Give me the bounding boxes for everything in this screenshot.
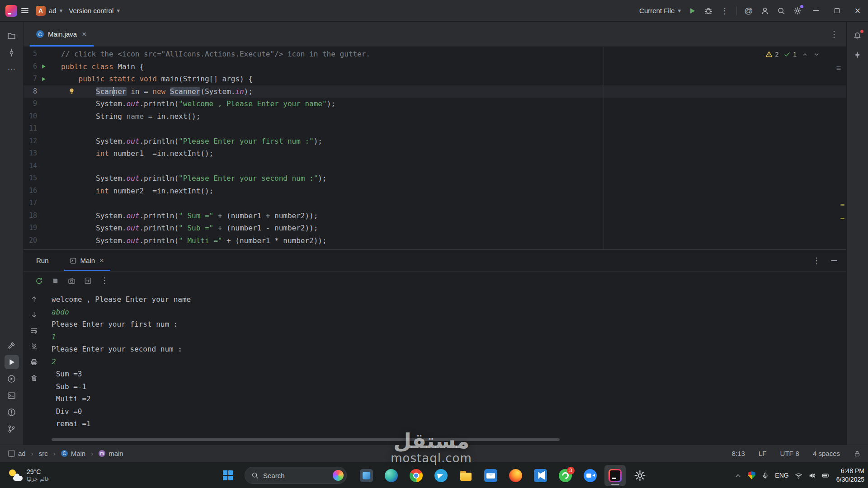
clear-all-icon[interactable]	[30, 374, 38, 382]
code-editor[interactable]: 5// click the <icon src="AllIcons.Action…	[24, 47, 846, 249]
security-shield-icon[interactable]	[748, 471, 755, 479]
code-line-17[interactable]: 17	[24, 197, 846, 210]
ok-count[interactable]: 1	[783, 51, 797, 58]
more-tools-icon[interactable]: ⋯	[5, 62, 19, 76]
whatsapp-app-icon[interactable]: 3	[555, 465, 576, 486]
run-icon[interactable]	[684, 3, 700, 19]
more-options-icon[interactable]: ⋮	[717, 3, 733, 19]
scrollbar-warning-mark[interactable]	[840, 218, 844, 219]
previous-problem-icon[interactable]	[802, 51, 808, 58]
run-tool-icon[interactable]	[5, 355, 19, 369]
line-number[interactable]: 7	[24, 73, 37, 85]
services-tool-icon[interactable]	[5, 371, 19, 386]
clock-widget[interactable]: 6:48 PM 6/30/2025	[836, 467, 864, 484]
line-number[interactable]: 13	[24, 147, 37, 160]
code-line-16[interactable]: 16 int number2 =in.nextInt();	[24, 185, 846, 197]
run-gutter-icon[interactable]	[37, 73, 50, 85]
soft-wrap-icon[interactable]	[30, 327, 38, 334]
close-tab-icon[interactable]: ×	[99, 256, 105, 265]
close-icon[interactable]: ×	[847, 0, 868, 22]
run-tab-main[interactable]: Main ×	[64, 250, 110, 271]
line-number[interactable]: 6	[24, 61, 37, 73]
vscode-app-icon[interactable]	[530, 465, 551, 486]
line-number[interactable]: 19	[24, 222, 37, 235]
line-number[interactable]: 16	[24, 185, 37, 197]
line-number[interactable]: 9	[24, 98, 37, 110]
code-line-13[interactable]: 13 int number1 =in.nextInt();	[24, 147, 846, 160]
taskbar-search[interactable]: Search	[245, 467, 347, 484]
file-explorer-app-icon[interactable]	[455, 465, 476, 486]
code-line-11[interactable]: 11	[24, 122, 846, 135]
code-line-7[interactable]: 7 public static void main(String[] args)…	[24, 73, 846, 85]
search-icon[interactable]	[773, 3, 789, 19]
project-tool-icon[interactable]	[5, 28, 19, 43]
breadcrumb-class[interactable]: CMain	[60, 449, 87, 458]
wifi-icon[interactable]	[795, 472, 802, 479]
language-indicator[interactable]: ENG	[775, 472, 788, 479]
line-number[interactable]: 14	[24, 160, 37, 173]
line-number[interactable]: 17	[24, 197, 37, 210]
code-line-9[interactable]: 9 System.out.println("welcome , Please E…	[24, 98, 846, 110]
breadcrumb-src[interactable]: src	[38, 449, 49, 458]
terminal-tool-icon[interactable]	[5, 388, 19, 403]
firefox-app-icon[interactable]	[505, 465, 526, 486]
console-output[interactable]: welcome , Please Enter your nameabdoPlea…	[44, 290, 846, 445]
chrome-app-icon[interactable]	[406, 465, 427, 486]
line-number[interactable]: 18	[24, 210, 37, 222]
line-number[interactable]: 10	[24, 110, 37, 123]
zoom-app-icon[interactable]	[580, 465, 601, 486]
open-in-editor-icon[interactable]	[84, 277, 92, 285]
microphone-icon[interactable]	[761, 472, 769, 479]
more-options-icon[interactable]: ⋮	[100, 277, 108, 285]
version-control-tool-icon[interactable]	[5, 422, 19, 436]
line-number[interactable]: 11	[24, 122, 37, 135]
code-line-12[interactable]: 12 System.out.println("Please Enter your…	[24, 135, 846, 148]
photos-app-icon[interactable]	[356, 465, 377, 486]
ai-assistant-icon[interactable]	[850, 47, 865, 62]
intention-bulb-icon[interactable]	[68, 87, 75, 95]
build-tool-icon[interactable]	[5, 338, 19, 352]
warnings-count[interactable]: 2	[765, 51, 778, 58]
rerun-icon[interactable]	[35, 277, 43, 285]
vcs-selector[interactable]: Version control ▾	[66, 3, 123, 19]
caret-position[interactable]: 8:13	[732, 450, 745, 457]
notifications-bell-icon[interactable]	[850, 28, 865, 43]
code-line-20[interactable]: 20 System.out.println(" Multi =" + (numb…	[24, 235, 846, 247]
run-configuration-selector[interactable]: Current File ▾	[636, 3, 684, 19]
readonly-lock-icon[interactable]	[854, 450, 861, 457]
maximize-icon[interactable]	[826, 0, 847, 22]
next-problem-icon[interactable]	[813, 51, 820, 58]
settings-gear-icon[interactable]	[789, 3, 806, 19]
tab-options-icon[interactable]: ⋮	[830, 30, 838, 38]
account-icon[interactable]: @	[741, 3, 757, 19]
main-menu-icon[interactable]	[17, 3, 33, 19]
run-gutter-icon[interactable]	[37, 61, 50, 73]
commit-tool-icon[interactable]	[5, 45, 19, 60]
code-line-19[interactable]: 19 System.out.println(" Sub =" + (number…	[24, 222, 846, 235]
line-number[interactable]: 15	[24, 172, 37, 185]
start-button[interactable]	[217, 465, 238, 486]
telegram-app-icon[interactable]	[430, 465, 452, 486]
breadcrumb-module[interactable]: ad	[7, 449, 27, 458]
search-highlight-icon[interactable]	[333, 470, 344, 481]
inspections-widget[interactable]: 2 1	[765, 51, 820, 58]
scrollbar-warning-mark[interactable]	[840, 204, 844, 206]
battery-icon[interactable]	[822, 472, 830, 479]
code-line-15[interactable]: 15 System.out.println("Please Enter your…	[24, 172, 846, 185]
volume-icon[interactable]	[808, 472, 816, 479]
mail-app-icon[interactable]	[480, 465, 501, 486]
settings-app-icon[interactable]	[629, 465, 651, 486]
code-line-18[interactable]: 18 System.out.println(" Sum =" + (number…	[24, 210, 846, 222]
line-number[interactable]: 20	[24, 235, 37, 247]
line-number[interactable]: 5	[24, 48, 37, 61]
stop-icon[interactable]	[52, 277, 59, 285]
weather-widget[interactable]: 29°C غائم جزئيًا	[5, 462, 53, 488]
intellij-logo-icon[interactable]	[5, 5, 17, 17]
scroll-to-end-icon[interactable]	[30, 343, 38, 350]
hide-tool-window-icon[interactable]	[831, 260, 837, 261]
problems-tool-icon[interactable]	[5, 405, 19, 419]
indent-style[interactable]: 4 spaces	[813, 450, 840, 457]
breadcrumb-method[interactable]: mmain	[98, 449, 124, 458]
code-line-6[interactable]: 6public class Main {	[24, 61, 846, 73]
file-encoding[interactable]: UTF-8	[780, 450, 799, 457]
